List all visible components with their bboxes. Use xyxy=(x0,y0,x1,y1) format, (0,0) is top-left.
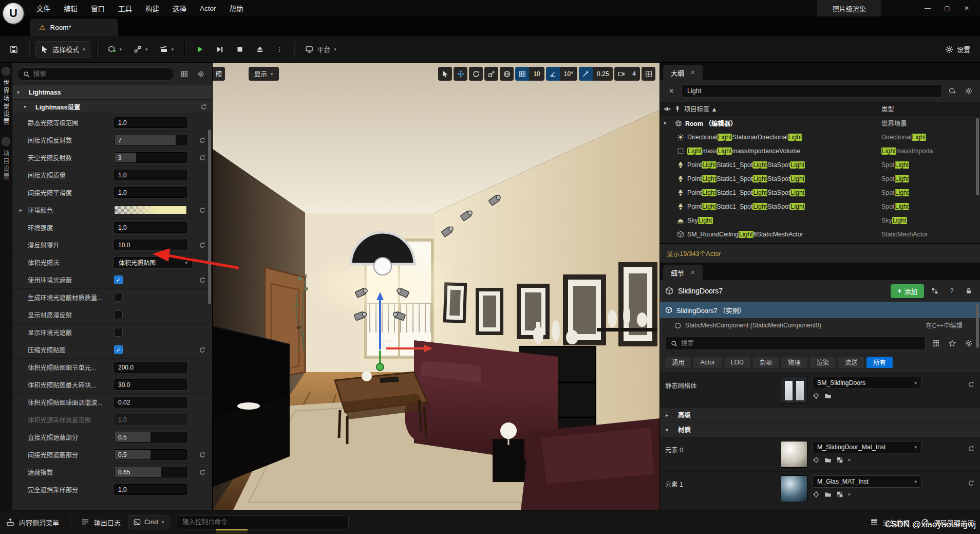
details-settings-gear-icon[interactable] xyxy=(963,337,975,349)
save-button[interactable] xyxy=(5,41,23,58)
browse-to-asset-icon[interactable] xyxy=(824,456,832,464)
menu-item-1[interactable]: 编辑 xyxy=(57,0,84,16)
grid-snap-control[interactable]: 10 xyxy=(515,67,544,81)
use-selected-icon[interactable] xyxy=(813,392,820,399)
section-lightmass-settings[interactable]: ▾Lightmass设置 xyxy=(12,100,212,114)
convert-icon[interactable] xyxy=(929,285,941,297)
stop-button[interactable] xyxy=(231,41,249,58)
settings-search-input[interactable] xyxy=(33,70,168,78)
rotation-snap-control[interactable]: 10° xyxy=(546,67,577,81)
filter-tab-4[interactable]: 物理 xyxy=(781,357,807,368)
value-input[interactable]: 1.0 xyxy=(114,117,187,128)
filter-tab-3[interactable]: 杂项 xyxy=(753,357,779,368)
checker-icon[interactable] xyxy=(836,456,843,464)
lit-mode-button-clipped[interactable]: 照 xyxy=(213,67,225,81)
column-item-label[interactable]: 项目标签 ▲ xyxy=(684,104,878,114)
outliner-settings-gear-icon[interactable] xyxy=(963,85,975,97)
help-icon[interactable]: ? xyxy=(946,285,958,297)
reset-icon[interactable] xyxy=(199,242,206,249)
material-thumbnail[interactable] xyxy=(781,475,807,502)
checkbox[interactable] xyxy=(114,328,123,337)
material-thumbnail[interactable] xyxy=(781,441,807,468)
reset-icon[interactable] xyxy=(199,207,206,214)
menu-item-0[interactable]: 文件 xyxy=(30,0,57,16)
reset-icon[interactable] xyxy=(199,137,206,144)
select-tool-button[interactable] xyxy=(438,67,452,81)
favorites-star-icon[interactable] xyxy=(946,337,958,349)
blueprints-dropdown[interactable]: ▾ xyxy=(129,41,153,58)
mrq-render-button[interactable]: 照片级渲染 xyxy=(817,0,881,16)
project-settings-tab-icon[interactable] xyxy=(2,137,10,146)
outliner-tab[interactable]: 大纲✕ xyxy=(663,65,703,80)
filter-tab-1[interactable]: Actor xyxy=(693,357,721,368)
settings-search-field[interactable] xyxy=(17,67,174,81)
output-log-button[interactable]: 输出日志 xyxy=(81,518,121,527)
world-local-toggle-button[interactable] xyxy=(500,67,514,81)
material-dropdown[interactable]: M_Glas_MAT_Inst▾ xyxy=(813,475,921,488)
unreal-logo[interactable]: U xyxy=(2,2,25,25)
column-view-icon[interactable] xyxy=(178,68,191,80)
filter-tab-7[interactable]: 所有 xyxy=(866,357,892,368)
checkbox[interactable] xyxy=(114,293,123,302)
checker-icon[interactable] xyxy=(836,491,843,498)
browse-to-asset-icon[interactable] xyxy=(824,491,832,498)
scale-snap-value[interactable]: 0.25 xyxy=(593,67,613,81)
level-viewport[interactable]: 照 显示▾ 10 10° 0.25 xyxy=(213,63,659,510)
select-mode-dropdown[interactable]: 选择模式 ▾ xyxy=(35,41,90,58)
value-input[interactable]: 1.0 xyxy=(114,222,187,233)
eye-icon[interactable] xyxy=(664,105,671,113)
world-settings-tab-icon[interactable] xyxy=(2,67,10,76)
rotate-tool-button[interactable] xyxy=(469,67,483,81)
camera-speed-control[interactable]: 4 xyxy=(614,67,640,81)
reset-icon[interactable] xyxy=(199,469,206,476)
menu-item-2[interactable]: 窗口 xyxy=(84,0,111,16)
column-type[interactable]: 类型 xyxy=(881,104,976,114)
console-input[interactable] xyxy=(182,519,343,526)
color-swatch[interactable] xyxy=(114,206,187,214)
value-input[interactable]: 1.0 xyxy=(114,414,187,425)
show-flags-dropdown[interactable]: 显示▾ xyxy=(249,67,279,81)
outliner-row-1[interactable]: DirectionalLightStationarDirectionalLigh… xyxy=(660,130,980,144)
cmd-dropdown[interactable]: Cmd▾ xyxy=(128,515,169,529)
material-dropdown[interactable]: M_SlidingDoor_Mat_Inst▾ xyxy=(813,441,921,453)
platforms-dropdown[interactable]: 平台▾ xyxy=(300,41,341,58)
pin-icon[interactable] xyxy=(674,105,681,113)
details-scrollbar[interactable] xyxy=(976,304,979,348)
browse-to-asset-icon[interactable] xyxy=(824,392,832,399)
filter-tab-0[interactable]: 通用 xyxy=(665,357,691,368)
close-icon[interactable]: ✕ xyxy=(690,269,695,276)
value-input[interactable]: 1.0 xyxy=(114,170,187,180)
section-lightmass[interactable]: ▾Lightmass xyxy=(12,85,212,100)
use-selected-icon[interactable] xyxy=(813,491,820,498)
tab-world-settings[interactable]: 世界场景设置 xyxy=(2,80,10,126)
play-options-kebab[interactable]: ⋮ xyxy=(271,41,288,58)
settings-dropdown[interactable]: 设置 xyxy=(940,41,975,58)
outliner-search-input[interactable] xyxy=(687,87,936,95)
outliner-row-8[interactable]: SM_RoundCeilingLight6StaticMeshActor Sta… xyxy=(660,227,980,241)
menu-item-4[interactable]: 构建 xyxy=(139,0,166,16)
filter-tab-5[interactable]: 渲染 xyxy=(810,357,836,368)
scale-snap-control[interactable]: 0.25 xyxy=(579,67,613,81)
value-slider[interactable]: 0.5 xyxy=(114,449,187,460)
instance-row-selected[interactable]: SlidingDoors7 （实例） xyxy=(660,302,980,318)
outliner-row-3[interactable]: PointLightStatic1_SpotLightStaSpotLight … xyxy=(660,158,980,172)
reset-icon[interactable] xyxy=(199,277,206,284)
value-slider[interactable]: 0.65 xyxy=(114,467,187,477)
content-drawer-button[interactable]: 内容侧滑菜单 xyxy=(6,518,59,527)
reset-icon[interactable] xyxy=(968,381,975,388)
value-input[interactable]: 1.0 xyxy=(114,484,187,495)
materials-section-header[interactable]: ▾材质 xyxy=(660,422,980,437)
play-button[interactable] xyxy=(191,41,209,58)
reset-icon[interactable] xyxy=(199,154,206,161)
add-component-button[interactable]: +添加 xyxy=(891,284,924,298)
viewport-scene[interactable] xyxy=(213,63,659,510)
details-search-field[interactable] xyxy=(665,337,926,350)
settings-scrollbar[interactable] xyxy=(208,130,211,304)
maximize-button[interactable]: ▢ xyxy=(938,2,956,15)
column-view-icon[interactable] xyxy=(930,337,942,349)
outliner-row-5[interactable]: PointLightStatic1_SpotLightStaSpotLight … xyxy=(660,186,980,199)
panel-settings-gear-icon[interactable] xyxy=(195,68,207,80)
static-mesh-thumbnail[interactable] xyxy=(781,377,807,403)
frame-skip-button[interactable] xyxy=(211,41,229,58)
reset-icon[interactable] xyxy=(968,445,975,452)
